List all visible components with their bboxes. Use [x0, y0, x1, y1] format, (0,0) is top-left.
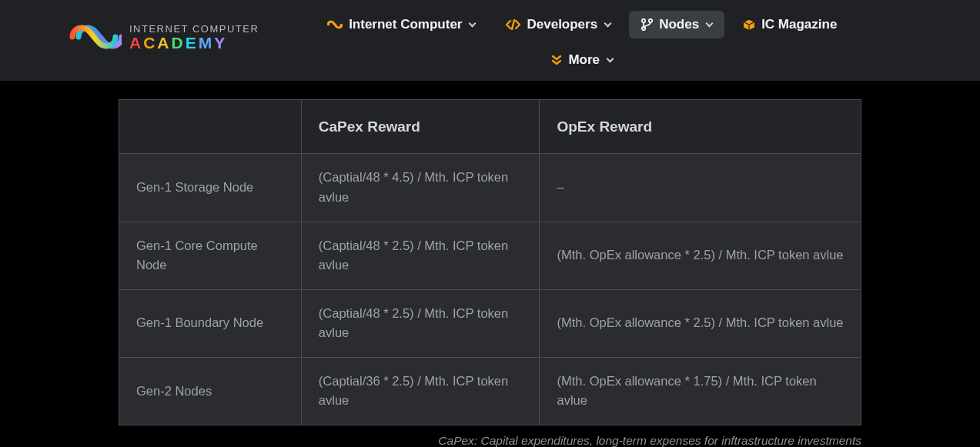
logo-line2: ACADEMY — [129, 35, 259, 51]
row-opex: (Mth. OpEx allowance * 1.75) / Mth. ICP … — [540, 357, 861, 425]
table-row: Gen-2 Nodes (Captial/36 * 2.5) / Mth. IC… — [119, 357, 861, 425]
row-capex: (Captial/48 * 4.5) / Mth. ICP token avlu… — [301, 154, 540, 222]
main-content: CaPex Reward OpEx Reward Gen-1 Storage N… — [0, 81, 980, 447]
nav-label: Nodes — [659, 17, 699, 32]
chevron-down-icon — [469, 20, 477, 28]
table-row: Gen-1 Storage Node (Captial/48 * 4.5) / … — [119, 154, 861, 222]
svg-point-0 — [642, 19, 645, 22]
nav-internet-computer[interactable]: Internet Computer — [315, 11, 487, 38]
infinity-icon — [327, 19, 343, 30]
header: INTERNET COMPUTER ACADEMY Internet Compu… — [0, 0, 980, 81]
table-row: Gen-1 Boundary Node (Captial/48 * 2.5) /… — [119, 289, 861, 357]
nav-label: More — [568, 52, 600, 68]
rewards-table: CaPex Reward OpEx Reward Gen-1 Storage N… — [119, 99, 861, 425]
logo-text: INTERNET COMPUTER ACADEMY — [129, 23, 259, 51]
row-name: Gen-1 Boundary Node — [119, 289, 302, 357]
nav-label: IC Magazine — [761, 17, 837, 32]
chevron-down-icon — [706, 20, 714, 28]
footnote-capex: CaPex: Capital expenditures, long-term e… — [119, 432, 861, 447]
logo-line1: INTERNET COMPUTER — [129, 23, 259, 35]
cube-icon — [743, 18, 755, 31]
row-opex: (Mth. OpEx allowance * 2.5) / Mth. ICP t… — [540, 289, 861, 357]
table-row: Gen-1 Core Compute Node (Captial/48 * 2.… — [119, 222, 861, 289]
nav-label: Internet Computer — [349, 17, 462, 32]
header-capex: CaPex Reward — [301, 100, 540, 154]
table-header-row: CaPex Reward OpEx Reward — [119, 100, 861, 154]
nav-nodes[interactable]: Nodes — [629, 11, 724, 38]
nav-developers[interactable]: Developers — [493, 11, 623, 38]
branch-icon — [641, 18, 653, 31]
footnotes: CaPex: Capital expenditures, long-term e… — [119, 432, 861, 447]
logo[interactable]: INTERNET COMPUTER ACADEMY — [0, 0, 289, 52]
double-chevron-down-icon — [551, 55, 562, 65]
row-name: Gen-1 Core Compute Node — [119, 222, 302, 289]
row-capex: (Captial/48 * 2.5) / Mth. ICP token avlu… — [301, 289, 540, 357]
row-name: Gen-2 Nodes — [119, 357, 302, 425]
main-nav: Internet Computer Developers Nodes IC Ma… — [289, 0, 875, 74]
nav-ic-magazine[interactable]: IC Magazine — [731, 11, 849, 38]
svg-point-1 — [649, 19, 652, 22]
nav-more[interactable]: More — [539, 46, 625, 74]
nav-label: Developers — [527, 17, 597, 32]
row-opex: – — [540, 154, 861, 222]
header-empty — [119, 100, 302, 154]
row-capex: (Captial/48 * 2.5) / Mth. ICP token avlu… — [301, 222, 540, 289]
chevron-down-icon — [604, 20, 612, 28]
infinity-logo-icon — [69, 22, 122, 52]
row-capex: (Captial/36 * 2.5) / Mth. ICP token avlu… — [301, 357, 540, 425]
row-opex: (Mth. OpEx allowance * 2.5) / Mth. ICP t… — [540, 222, 861, 289]
code-icon — [506, 19, 520, 30]
row-name: Gen-1 Storage Node — [119, 154, 302, 222]
header-opex: OpEx Reward — [540, 100, 861, 154]
chevron-down-icon — [607, 55, 614, 63]
